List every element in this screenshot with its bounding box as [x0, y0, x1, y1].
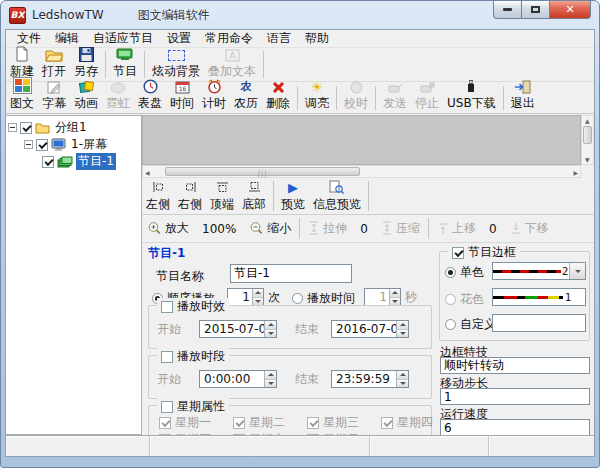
tree-item-group[interactable]: 分组1 — [8, 119, 141, 136]
custom-color-field[interactable] — [492, 314, 586, 332]
move-down-button: 下移 — [505, 220, 554, 238]
play-validity-checkbox[interactable] — [161, 301, 173, 313]
preview-button[interactable]: ▶ 预览 — [277, 178, 309, 214]
svg-text:A: A — [229, 51, 236, 61]
dial-button[interactable]: 表盘 — [134, 83, 166, 113]
tree-group-label[interactable]: 分组1 — [53, 119, 89, 136]
zoom-out-button[interactable]: 缩小 — [244, 220, 296, 238]
validity-end-field[interactable]: 2016-07-08 — [331, 320, 409, 338]
zoom-in-button[interactable]: 放大 — [142, 220, 194, 238]
right-area: ▲ ▼ ◀ ||| ▶ 左侧 右侧 — [142, 115, 594, 435]
group-checkbox[interactable] — [20, 122, 32, 134]
menu-edit[interactable]: 编辑 — [48, 29, 86, 48]
multi-color-field[interactable]: 1 — [492, 288, 586, 306]
minimize-icon — [503, 8, 512, 11]
align-right-button[interactable]: 右侧 — [174, 178, 206, 214]
scroll-up-icon[interactable]: ▲ — [585, 117, 590, 124]
multi-pattern-swatch — [493, 296, 563, 299]
vertical-scrollbar[interactable]: ▲ ▼ — [581, 115, 594, 165]
multi-color-row: 花色 — [445, 291, 484, 308]
play-time-radio[interactable] — [292, 293, 303, 304]
play-period-checkbox[interactable] — [161, 351, 173, 363]
send-icon — [387, 82, 403, 94]
exit-button[interactable]: 退出 — [507, 83, 539, 113]
delete-button[interactable]: 删除 — [262, 83, 294, 113]
dazzle-background-button[interactable]: 炫动背景 — [148, 48, 204, 81]
collapse-icon[interactable] — [24, 140, 33, 149]
scroll-grip: ||| — [257, 170, 267, 178]
subtitle-button[interactable]: 字幕 — [38, 83, 70, 113]
time-sync-icon — [350, 81, 363, 94]
open-button[interactable]: 打开 — [38, 48, 70, 81]
run-speed-input[interactable] — [440, 419, 590, 436]
tree-item-program[interactable]: 节目-1 — [8, 153, 141, 170]
tree-program-label[interactable]: 节目-1 — [76, 153, 116, 170]
program-border-checkbox[interactable] — [452, 247, 464, 259]
tree-item-screen[interactable]: 1-屏幕 — [8, 136, 141, 153]
collapse-icon[interactable] — [8, 123, 17, 132]
time-sync-button: 校时 — [340, 83, 372, 113]
program-checkbox[interactable] — [42, 156, 54, 168]
graphic-text-button[interactable]: 图文 — [6, 83, 38, 113]
monday-checkbox — [159, 417, 171, 429]
screen-checkbox[interactable] — [36, 139, 48, 151]
scroll-left-icon[interactable]: ◀ — [145, 169, 150, 176]
info-preview-button[interactable]: 信息预览 — [309, 178, 365, 214]
open-folder-icon — [45, 48, 63, 62]
play-icon: ▶ — [288, 179, 298, 195]
usb-download-button[interactable]: USB下载 — [443, 83, 500, 113]
time-button[interactable]: 16 时间 — [166, 83, 198, 113]
floppy-disk-icon — [79, 47, 94, 62]
minimize-button[interactable] — [493, 1, 522, 19]
animation-button[interactable]: 动画 — [70, 83, 102, 113]
brightness-button[interactable]: ☀ 调亮 — [301, 83, 333, 113]
menu-common-commands[interactable]: 常用命令 — [198, 29, 260, 48]
border-effect-input[interactable] — [440, 357, 590, 374]
usb-plug-icon — [465, 78, 477, 94]
program-tree: 分组1 1-屏幕 节目-1 — [6, 115, 142, 435]
horizontal-scrollbar[interactable]: ◀ ||| ▶ — [142, 165, 581, 178]
monitor-icon — [51, 138, 66, 151]
toolbar-separator — [336, 86, 337, 110]
dropdown-arrow-icon[interactable] — [569, 263, 585, 279]
validity-start-field[interactable]: 2015-07-08 — [199, 320, 277, 338]
custom-color-radio[interactable] — [445, 319, 456, 330]
scroll-down-icon[interactable]: ▼ — [585, 156, 590, 163]
align-bottom-button[interactable]: 底部 — [238, 178, 270, 214]
program-button[interactable]: 节目 — [109, 48, 141, 81]
move-step-input[interactable] — [440, 388, 590, 405]
align-left-button[interactable]: 左侧 — [142, 178, 174, 214]
animation-icon — [78, 80, 95, 94]
save-as-button[interactable]: 另存 — [70, 48, 102, 81]
single-color-radio[interactable] — [445, 267, 456, 278]
period-start-field[interactable]: 0:00:00 — [199, 370, 277, 388]
calendar-icon: 16 — [175, 80, 190, 94]
lunar-calendar-button[interactable]: 农 农历 — [230, 83, 262, 113]
zoom-toolbar: 放大 100% 缩小 拉伸 0 压缩 — [142, 215, 594, 243]
maximize-icon — [531, 6, 540, 13]
menu-language[interactable]: 语言 — [260, 29, 298, 48]
clock-dial-icon — [143, 79, 158, 94]
scroll-right-icon[interactable]: ▶ — [573, 169, 578, 176]
menu-settings[interactable]: 设置 — [160, 29, 198, 48]
maximize-button[interactable] — [522, 1, 550, 19]
menu-adaptive-program[interactable]: 自适应节目 — [86, 29, 160, 48]
spin-up-icon[interactable] — [253, 289, 263, 297]
align-top-button[interactable]: 顶端 — [206, 178, 238, 214]
period-end-field[interactable]: 23:59:59 — [331, 370, 409, 388]
spin-down-icon[interactable] — [253, 297, 263, 306]
toolbar-separator — [105, 51, 106, 78]
sequence-times-spinner[interactable]: 1 次 — [227, 288, 280, 306]
close-button[interactable]: ✕ — [550, 1, 591, 19]
vertical-scroll-thumb[interactable] — [583, 126, 592, 144]
week-attribute-checkbox[interactable] — [161, 401, 173, 413]
program-header: 节目-1 — [148, 245, 185, 262]
single-color-combo[interactable]: 2 — [492, 262, 586, 280]
screen-preview-canvas[interactable] — [142, 115, 581, 165]
timer-button[interactable]: 计时 — [198, 83, 230, 113]
menu-help[interactable]: 帮助 — [298, 29, 336, 48]
tree-screen-label[interactable]: 1-屏幕 — [69, 136, 109, 153]
horizontal-scroll-thumb[interactable]: ||| — [165, 167, 360, 176]
tuesday-checkbox — [233, 417, 245, 429]
program-name-input[interactable] — [230, 264, 352, 283]
